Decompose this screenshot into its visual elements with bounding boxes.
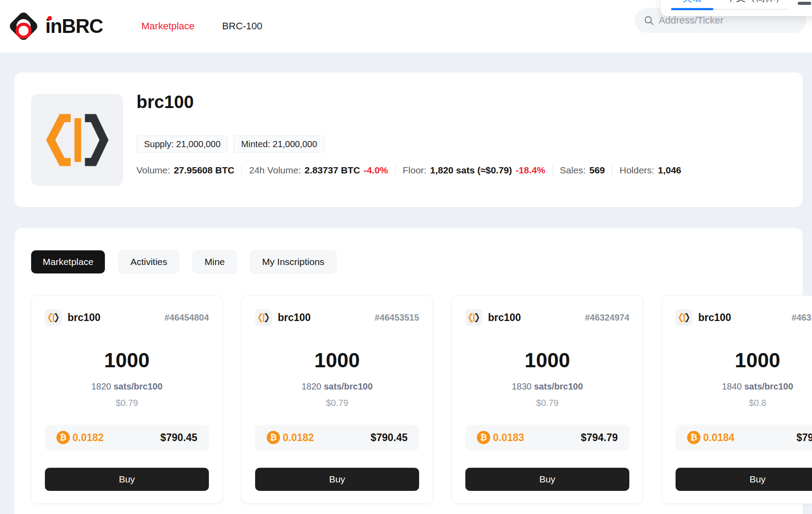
- section-tabs: Marketplace Activities Mine My Inscripti…: [31, 250, 336, 273]
- listing-rate-unit: sats/brc100: [744, 381, 793, 391]
- listing-id: #46324974: [585, 313, 629, 323]
- stat-sales: Sales:569: [560, 165, 605, 176]
- top-header: inBRC Marketplace BRC-100 英语 中文（简体）: [0, 0, 812, 52]
- stat-holders: Holders:1,046: [620, 165, 681, 176]
- listing-rate-unit: sats/brc100: [534, 381, 583, 391]
- listing-header: brc100 #46453515: [255, 309, 419, 326]
- token-stats-row: Volume:27.95608 BTC 24h Volume:2.83737 B…: [136, 165, 681, 176]
- stat-volume: Volume:27.95608 BTC: [136, 165, 234, 176]
- listing-id: #46454804: [164, 313, 209, 323]
- nav-brc100[interactable]: BRC-100: [222, 20, 262, 32]
- listing-ticker: brc100: [68, 312, 100, 324]
- brand-logo[interactable]: inBRC: [7, 0, 140, 52]
- stat-floor: Floor:1,820 sats (≈$0.79)-18.4%: [403, 165, 545, 176]
- listing-amount: 1000: [255, 348, 419, 372]
- divider: [395, 166, 396, 175]
- listing-header: brc100 #463: [676, 309, 812, 326]
- listing-ticker: brc100: [698, 312, 731, 324]
- buy-button[interactable]: Buy: [676, 468, 812, 491]
- stat-24h-volume: 24h Volume:2.83737 BTC-4.0%: [249, 165, 388, 176]
- tab-mine[interactable]: Mine: [192, 250, 237, 273]
- active-tab-underline: [671, 8, 713, 10]
- tab-activities[interactable]: Activities: [118, 250, 179, 273]
- listing-btc-amount: 0.0183: [493, 432, 524, 444]
- listing-card[interactable]: brc100 #46453515 1000 1820 sats/brc100 $…: [241, 295, 433, 504]
- tab-marketplace[interactable]: Marketplace: [31, 250, 105, 273]
- cid-hexagon-icon: [255, 309, 272, 326]
- listing-id: #46453515: [375, 313, 419, 323]
- buy-button[interactable]: Buy: [45, 468, 209, 491]
- listing-rate-value: 1830: [512, 381, 532, 391]
- listing-card[interactable]: brc100 #463 1000 1840 sats/brc100 $0.8 ₿…: [662, 295, 812, 504]
- listing-rate-value: 1820: [301, 381, 321, 391]
- listing-btc-amount: 0.0182: [72, 432, 104, 444]
- listing-btc-amount: 0.0184: [703, 432, 734, 444]
- listing-card[interactable]: brc100 #46324974 1000 1830 sats/brc100 $…: [452, 295, 643, 504]
- token-info-panel: brc100 Supply: 21,000,000 Minted: 21,000…: [15, 72, 803, 207]
- divider: [612, 166, 612, 175]
- listing-usd-each: $0.8: [676, 398, 812, 408]
- btc-price: ₿ 0.0184: [687, 431, 734, 444]
- listing-usd-total: $794.79: [581, 432, 618, 444]
- divider: [552, 166, 553, 175]
- btc-price: ₿ 0.0182: [56, 431, 104, 444]
- listing-price-box: ₿ 0.0183 $794.79: [465, 425, 629, 450]
- bitcoin-icon: ₿: [687, 431, 700, 444]
- buy-button[interactable]: Buy: [465, 468, 629, 491]
- language-tab-english[interactable]: 英语: [671, 0, 713, 4]
- shutter-diamond-icon: [8, 11, 40, 42]
- listing-amount: 1000: [465, 348, 629, 372]
- cid-hexagon-icon: [44, 111, 111, 169]
- listing-card[interactable]: brc100 #46454804 1000 1820 sats/brc100 $…: [31, 295, 223, 504]
- token-avatar: [31, 94, 123, 186]
- main-nav: Marketplace BRC-100: [141, 0, 262, 52]
- language-popup: 英语 中文（简体）: [661, 0, 812, 16]
- listing-rate: 1820 sats/brc100: [45, 381, 209, 392]
- tab-my-inscriptions[interactable]: My Inscriptions: [250, 250, 336, 273]
- listings-grid: brc100 #46454804 1000 1820 sats/brc100 $…: [31, 295, 812, 504]
- listing-ticker: brc100: [278, 312, 311, 324]
- listing-ticker: brc100: [488, 312, 521, 324]
- brand-name: inBRC: [45, 15, 103, 37]
- listing-header: brc100 #46454804: [45, 309, 209, 326]
- buy-button[interactable]: Buy: [255, 468, 419, 491]
- listing-amount: 1000: [45, 348, 209, 372]
- supply-pill: Supply: 21,000,000: [136, 136, 228, 153]
- listing-rate-unit: sats/brc100: [324, 381, 372, 391]
- listing-price-box: ₿ 0.0182 $790.45: [45, 425, 209, 450]
- divider: [241, 166, 242, 175]
- token-pills: Supply: 21,000,000 Minted: 21,000,000: [136, 136, 325, 153]
- search-input[interactable]: [659, 15, 792, 26]
- listing-btc-amount: 0.0182: [283, 432, 314, 444]
- bitcoin-icon: ₿: [56, 431, 70, 444]
- listing-id: #463: [792, 313, 812, 323]
- btc-price: ₿ 0.0182: [267, 431, 314, 444]
- listing-rate-value: 1820: [91, 381, 111, 391]
- listing-usd-each: $0.79: [465, 398, 629, 408]
- marketplace-panel: Marketplace Activities Mine My Inscripti…: [15, 228, 803, 514]
- btc-price: ₿ 0.0183: [477, 431, 524, 444]
- token-title: brc100: [136, 92, 194, 112]
- nav-marketplace[interactable]: Marketplace: [141, 20, 195, 32]
- listing-price-box: ₿ 0.0184 $79: [676, 425, 812, 450]
- language-tab-chinese[interactable]: 中文（简体）: [713, 0, 798, 4]
- listing-usd-total: $790.45: [160, 432, 197, 444]
- listing-usd-total: $790.45: [371, 432, 408, 444]
- listing-usd-each: $0.79: [255, 398, 419, 408]
- listing-rate-unit: sats/brc100: [113, 381, 162, 391]
- minted-pill: Minted: 21,000,000: [233, 136, 324, 153]
- cid-hexagon-icon: [676, 309, 692, 326]
- listing-price-box: ₿ 0.0182 $790.45: [255, 425, 419, 450]
- listing-header: brc100 #46324974: [465, 309, 629, 326]
- tab-underline-track: [713, 9, 788, 10]
- listing-rate: 1840 sats/brc100: [676, 381, 812, 392]
- listing-amount: 1000: [676, 348, 812, 372]
- search-icon: [644, 15, 654, 26]
- listing-usd-each: $0.79: [45, 398, 209, 408]
- cid-hexagon-icon: [465, 309, 482, 326]
- listing-rate: 1820 sats/brc100: [255, 381, 419, 392]
- listing-usd-total: $79: [796, 432, 812, 444]
- bitcoin-icon: ₿: [267, 431, 280, 444]
- minimize-dash-icon[interactable]: [798, 2, 811, 5]
- listing-rate-value: 1840: [722, 381, 742, 391]
